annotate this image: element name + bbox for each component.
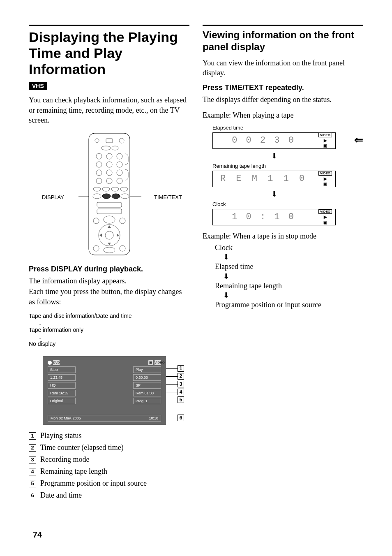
- flow-step: Clock: [215, 243, 363, 253]
- osd-cell: Rem 16:15: [48, 390, 76, 396]
- svg-point-24: [112, 194, 120, 199]
- svg-point-19: [102, 187, 110, 191]
- press-display-heading: Press DISPLAY during playback.: [29, 265, 189, 273]
- front-panel-display: R E M 1 1 0 VIDEO ▶ ▣: [212, 171, 336, 187]
- legend-num: 3: [29, 456, 36, 463]
- callout-num: 2: [178, 373, 184, 380]
- osd-cell: 1:23:45: [48, 374, 76, 381]
- flow-step: Remaining tape length: [215, 281, 363, 291]
- osd-dvd-column: DVD Stop 1:23:45 HQ Rem 16:15 Original: [48, 360, 76, 404]
- osd-cell: HQ: [48, 382, 76, 389]
- cassette-icon: ▣: [323, 220, 327, 225]
- legend-num: 4: [29, 468, 36, 475]
- svg-point-4: [101, 146, 111, 150]
- legend-num: 6: [29, 492, 36, 499]
- svg-rect-2: [106, 139, 113, 143]
- remote-figure: DISPLAY TIME/TEXT: [29, 132, 189, 256]
- legend-text: Remaining tape length: [40, 467, 107, 476]
- svg-point-17: [117, 178, 122, 184]
- svg-point-37: [104, 247, 115, 253]
- svg-point-6: [96, 153, 102, 159]
- osd-date: Mon 02 May. 2005: [51, 416, 81, 420]
- vhs-badge: VHS: [29, 82, 47, 90]
- svg-point-16: [106, 178, 112, 184]
- callout-num: 6: [178, 415, 184, 421]
- timetext-button-label: TIME/TEXT: [154, 194, 182, 200]
- press-body-1: The information display appears.: [29, 276, 189, 286]
- svg-point-25: [121, 194, 129, 199]
- svg-point-7: [106, 153, 112, 159]
- flow-step: Tape information only: [29, 327, 189, 333]
- svg-point-21: [120, 187, 128, 191]
- svg-point-23: [102, 194, 111, 199]
- video-tag: VIDEO: [318, 171, 332, 176]
- svg-point-31: [120, 218, 125, 224]
- panel-label: Clock: [212, 201, 363, 207]
- cassette-icon: ▣: [323, 144, 327, 148]
- down-arrow-icon: ↓: [39, 320, 189, 326]
- page-number: 74: [33, 530, 42, 540]
- osd-cell: 0:30:00: [133, 374, 161, 381]
- page-title: Displaying the Playing Time and Play Inf…: [29, 29, 189, 77]
- legend-text: Date and time: [40, 491, 82, 500]
- osd-cell: Prog. 1: [133, 398, 161, 404]
- example-2-label: Example: When a tape is in stop mode: [203, 231, 363, 241]
- cassette-icon: ▣: [323, 182, 327, 186]
- front-panel-display: 0 0 2 3 0 VIDEO ▶ ▣: [212, 132, 336, 149]
- play-icon: ▶: [324, 176, 327, 181]
- osd-cell: Original: [48, 398, 76, 404]
- svg-point-3: [119, 138, 124, 143]
- osd-video-column: ▣VIDEO Play 0:30:00 SP Rem 01:30 Prog. 1: [133, 360, 161, 404]
- video-icon: VIDEO: [154, 360, 161, 365]
- callout-num: 4: [178, 389, 184, 395]
- press-body-2: Each time you press the button, the disp…: [29, 287, 189, 307]
- legend-text: Programme position or input source: [40, 479, 147, 488]
- svg-rect-29: [97, 209, 122, 214]
- svg-point-5: [112, 146, 118, 150]
- stop-mode-flow: Clock ⬇ Elapsed time ⬇ Remaining tape le…: [215, 243, 363, 310]
- callout-num: 1: [178, 365, 184, 372]
- press-timetext-body: The displays differ depending on the sta…: [203, 95, 363, 104]
- legend-num: 5: [29, 480, 36, 487]
- legend-num: 2: [29, 444, 36, 452]
- legend-num: 1: [29, 432, 36, 440]
- down-arrow-icon: ⬇: [223, 291, 363, 300]
- video-tag: VIDEO: [318, 209, 332, 214]
- display-flow: Tape and disc information/Date and time …: [29, 313, 189, 347]
- remote-icon: [76, 132, 142, 256]
- segment-readout: 0 0 2 3 0: [213, 135, 314, 146]
- osd-cell: Play: [133, 366, 161, 373]
- panel-label: Remaining tape length: [212, 163, 363, 169]
- down-arrow-icon: ⬇: [212, 190, 336, 199]
- down-arrow-icon: ⬇: [223, 272, 363, 281]
- down-arrow-icon: ↓: [39, 334, 189, 340]
- down-arrow-icon: ⬇: [212, 151, 336, 160]
- svg-point-32: [104, 216, 115, 223]
- svg-point-30: [93, 218, 99, 224]
- display-button-label: DISPLAY: [42, 194, 64, 200]
- svg-point-15: [96, 178, 102, 184]
- flow-step: No display: [29, 341, 189, 347]
- osd-time: 10:10: [149, 416, 158, 420]
- legend-text: Playing status: [40, 431, 82, 440]
- flow-step: Tape and disc information/Date and time: [29, 313, 189, 319]
- play-icon: ▶: [324, 138, 327, 143]
- legend-text: Recording mode: [40, 455, 89, 464]
- osd-cell: Stop: [48, 366, 76, 373]
- play-icon: ▶: [324, 215, 327, 219]
- svg-point-36: [120, 246, 125, 251]
- flow-step: Programme position or input source: [215, 300, 363, 310]
- example-1-label: Example: When playing a tape: [203, 110, 363, 120]
- svg-point-22: [93, 194, 101, 199]
- intro-text: You can check playback information, such…: [29, 95, 189, 125]
- osd-panel: DVD Stop 1:23:45 HQ Rem 16:15 Original ▣…: [43, 356, 166, 425]
- down-arrow-icon: ⬇: [223, 253, 363, 262]
- osd-cell: SP: [133, 382, 161, 389]
- svg-point-13: [106, 170, 112, 176]
- segment-readout: 1 0 : 1 0: [213, 212, 314, 222]
- legend-text: Time counter (elapsed time): [40, 443, 124, 452]
- svg-rect-28: [97, 202, 122, 207]
- callout-num: 3: [178, 381, 184, 387]
- section-title: Viewing information on the front panel d…: [203, 29, 363, 53]
- front-panel-display: 1 0 : 1 0 VIDEO ▶ ▣: [212, 209, 336, 225]
